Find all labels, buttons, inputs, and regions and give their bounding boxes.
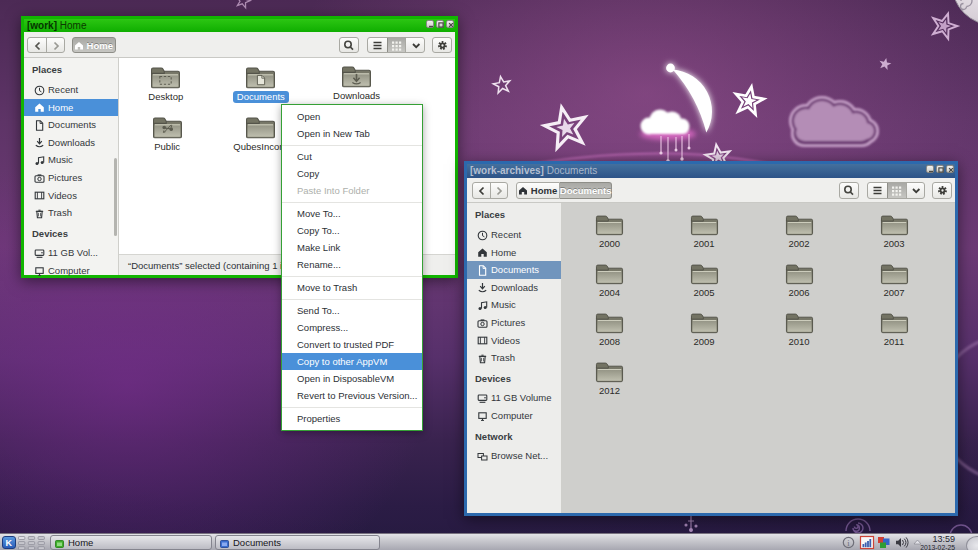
svg-text:i: i xyxy=(847,538,850,548)
